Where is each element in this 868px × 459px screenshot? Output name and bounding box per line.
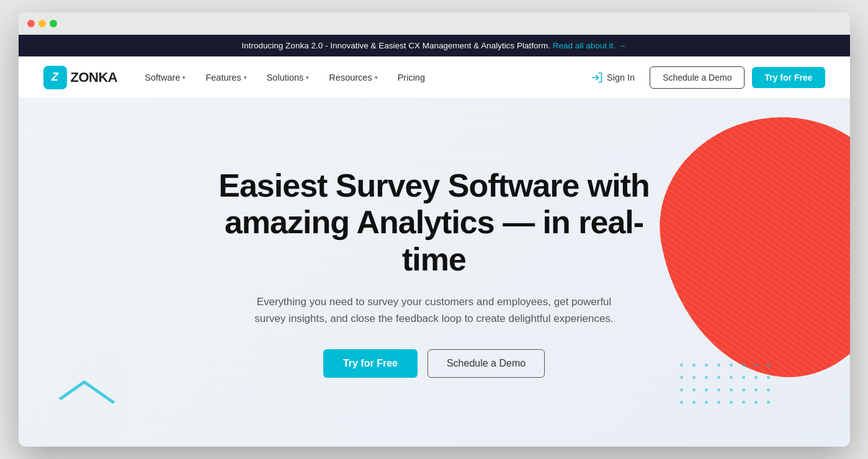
signin-icon (591, 71, 603, 84)
svg-point-1 (19, 298, 130, 447)
navbar: Z ZONKA Software ▾ Features ▾ Solutions … (19, 56, 850, 99)
try-free-button-hero[interactable]: Try for Free (323, 349, 418, 378)
logo-text: ZONKA (71, 69, 118, 86)
try-free-button-nav[interactable]: Try for Free (752, 67, 825, 88)
chevron-down-icon: ▾ (375, 74, 378, 81)
dot-grid-decoration (680, 363, 776, 409)
announcement-link[interactable]: Read all about it. → (553, 41, 627, 50)
announcement-text: Introducing Zonka 2.0 - Innovative & Eas… (242, 41, 551, 50)
nav-item-features[interactable]: Features ▾ (197, 68, 255, 87)
browser-content: Introducing Zonka 2.0 - Innovative & Eas… (19, 35, 850, 447)
nav-links: Software ▾ Features ▾ Solutions ▾ Resour… (136, 68, 583, 87)
hero-title: Easiest Survey Software with amazing Ana… (199, 167, 670, 279)
diagonal-lines-texture (643, 99, 850, 396)
schedule-demo-button-nav[interactable]: Schedule a Demo (650, 66, 745, 89)
hero-content: Easiest Survey Software with amazing Ana… (199, 167, 670, 378)
minimize-button[interactable] (38, 20, 46, 27)
maximize-button[interactable] (50, 20, 57, 27)
nav-item-solutions[interactable]: Solutions ▾ (258, 68, 318, 87)
nav-item-resources[interactable]: Resources ▾ (320, 68, 386, 87)
mac-titlebar (19, 12, 850, 35)
chevron-down-icon: ▾ (182, 74, 186, 81)
schedule-demo-button-hero[interactable]: Schedule a Demo (427, 349, 545, 378)
chevron-down-icon: ▾ (244, 74, 247, 81)
nav-right: Sign In Schedule a Demo Try for Free (583, 66, 825, 89)
bg-left-shape (19, 273, 155, 447)
nav-item-pricing[interactable]: Pricing (389, 68, 434, 87)
chevron-down-icon: ▾ (306, 74, 309, 81)
hero-subtitle: Everything you need to survey your custo… (242, 293, 627, 327)
announcement-bar: Introducing Zonka 2.0 - Innovative & Eas… (19, 35, 850, 56)
nav-item-software[interactable]: Software ▾ (136, 68, 194, 87)
mac-window: Introducing Zonka 2.0 - Innovative & Eas… (19, 12, 850, 447)
logo[interactable]: Z ZONKA (43, 66, 118, 89)
hero-section: Easiest Survey Software with amazing Ana… (19, 99, 850, 447)
logo-icon: Z (43, 66, 67, 89)
signin-button[interactable]: Sign In (583, 66, 642, 89)
close-button[interactable] (27, 20, 35, 27)
hero-buttons: Try for Free Schedule a Demo (199, 349, 670, 378)
red-circle-decoration (643, 99, 850, 396)
